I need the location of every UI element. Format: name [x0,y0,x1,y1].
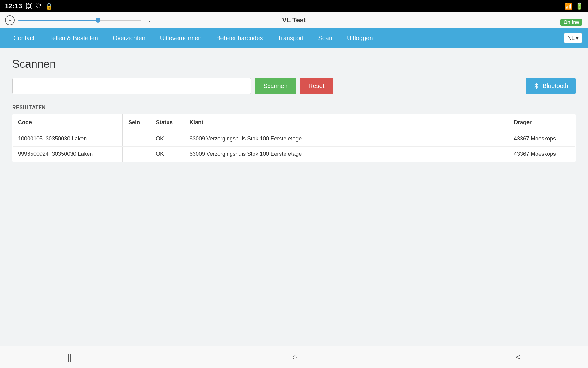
nav-item-uitloggen[interactable]: Uitloggen [340,28,380,48]
play-button[interactable]: ▶ [5,15,15,25]
vpn-icon: 🔒 [45,2,53,10]
shield-icon: 🛡 [36,3,42,10]
bluetooth-label: Bluetooth [542,82,568,90]
cell-code-1: 9996500924 30350030 Laken [13,147,123,162]
col-header-sein: Sein [123,114,150,131]
page-title: Scannen [12,58,576,71]
cell-drager-1: 43367 Moeskops [508,147,576,162]
lang-selector[interactable]: NL ▾ [564,33,582,43]
photo-icon: 🖼 [26,3,32,10]
table-row: 10000105 30350030 Laken OK 63009 Verzorg… [13,131,576,147]
bluetooth-button[interactable]: Bluetooth [526,78,576,94]
nav-item-scan[interactable]: Scan [311,28,340,48]
status-bar-right: 📶 🔋 [565,2,583,10]
scan-input[interactable] [12,78,251,94]
cell-sein-1 [123,147,150,162]
battery-icon: 🔋 [575,2,583,10]
scannen-button[interactable]: Scannen [255,78,296,94]
table-row: 9996500924 30350030 Laken OK 63009 Verzo… [13,147,576,162]
status-time: 12:13 [5,2,22,10]
nav-item-uitlevernormen[interactable]: Uitlevernormen [153,28,209,48]
results-table: Code Sein Status Klant Drager 10000105 3… [12,114,576,162]
progress-bar-container [18,20,141,21]
chevron-down-icon[interactable]: ⌄ [147,17,152,24]
back-button[interactable]: < [510,350,527,365]
online-badge: Online [560,19,582,26]
menu-button[interactable]: ||| [61,350,80,365]
cell-status-1: OK [150,147,184,162]
reset-button[interactable]: Reset [300,78,333,94]
cell-sein-0 [123,131,150,147]
bluetooth-icon [533,82,540,89]
nav-item-contact[interactable]: Contact [6,28,42,48]
progress-track[interactable] [18,20,141,21]
main-content: Scannen Scannen Reset Bluetooth RESULTAT… [0,48,588,172]
progress-thumb [96,18,100,23]
cell-status-0: OK [150,131,184,147]
lang-chevron-icon: ▾ [576,35,579,41]
results-label: RESULTATEN [12,105,576,110]
status-bar-left: 12:13 🖼 🛡 🔒 [5,2,53,10]
cell-klant-0: 63009 Verzorgingshuis Stok 100 Eerste et… [184,131,508,147]
nav-item-transport[interactable]: Transport [270,28,311,48]
col-header-klant: Klant [184,114,508,131]
col-header-code: Code [13,114,123,131]
wifi-icon: 📶 [565,2,572,10]
app-title: VL Test [282,16,306,24]
nav-item-beheer[interactable]: Beheer barcodes [209,28,270,48]
cell-code-0: 10000105 30350030 Laken [13,131,123,147]
bottom-bar: ||| ○ < [0,346,588,368]
lang-label: NL [567,35,575,41]
home-button[interactable]: ○ [286,350,303,365]
cell-drager-0: 43367 Moeskops [508,131,576,147]
nav-bar: Contact Tellen & Bestellen Overzichten U… [0,28,588,48]
status-bar: 12:13 🖼 🛡 🔒 📶 🔋 [0,0,588,12]
cell-klant-1: 63009 Verzorgingshuis Stok 100 Eerste et… [184,147,508,162]
media-bar: ▶ ⌄ VL Test [0,12,588,28]
nav-item-overzichten[interactable]: Overzichten [105,28,153,48]
col-header-status: Status [150,114,184,131]
scan-input-row: Scannen Reset Bluetooth [12,78,576,94]
col-header-drager: Drager [508,114,576,131]
progress-fill [18,20,98,21]
table-header-row: Code Sein Status Klant Drager [13,114,576,131]
nav-item-tellen[interactable]: Tellen & Bestellen [42,28,105,48]
